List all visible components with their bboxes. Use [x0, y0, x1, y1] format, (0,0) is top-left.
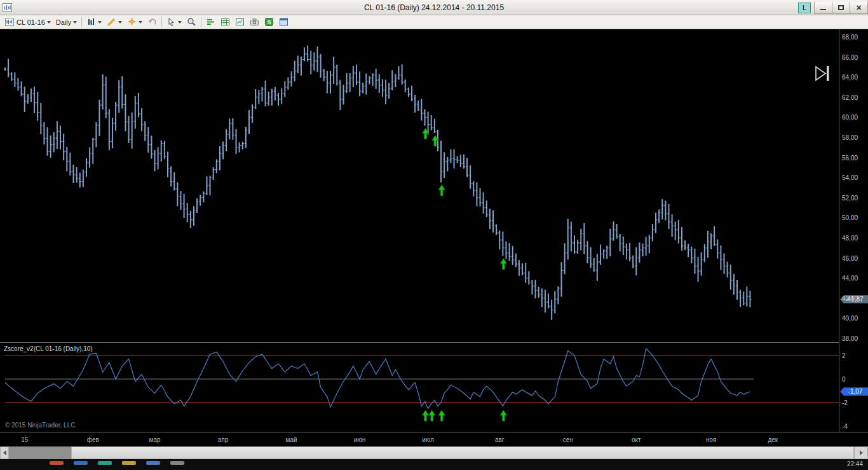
time-tick-дек: дек: [768, 436, 778, 443]
taskbar-app-icon[interactable]: [170, 461, 184, 465]
taskbar-app-icon[interactable]: [98, 461, 112, 465]
taskbar-clock: 22:44: [847, 460, 863, 467]
undo-icon: [147, 17, 157, 27]
time-tick-ноя: ноя: [706, 436, 717, 443]
time-tick-апр: апр: [218, 436, 229, 443]
price-tick: 60,00: [842, 114, 858, 121]
price-tick: 48,00: [842, 235, 858, 242]
chart-style-icon: [86, 17, 96, 27]
price-tick: 64,00: [842, 74, 858, 81]
strategy-icon: S: [264, 17, 274, 27]
zoom-button[interactable]: [184, 16, 199, 29]
price-tick: 52,00: [842, 194, 858, 201]
close-icon: ×: [856, 4, 861, 11]
time-tick-окт: окт: [632, 436, 641, 443]
pencil-icon: [107, 17, 116, 27]
draw-favorites-button[interactable]: [125, 16, 145, 29]
indicator-tick: 2: [842, 352, 846, 359]
undo-button[interactable]: [145, 16, 159, 29]
chevron-down-icon: [73, 21, 77, 24]
price-tick: 56,00: [842, 154, 858, 161]
chart-window-button[interactable]: [233, 16, 247, 29]
indicator-tick: -4: [842, 423, 848, 430]
chart-style-button[interactable]: [84, 16, 104, 29]
chevron-down-icon: [98, 21, 102, 24]
indicator-tick: -2: [842, 399, 848, 406]
time-tick-июн: июн: [354, 436, 366, 443]
price-tick: 44,00: [842, 275, 858, 282]
drawing-tools-button[interactable]: [104, 16, 125, 29]
scroll-left-button[interactable]: [0, 446, 9, 459]
indicator-label: Zscore_v2(CL 01-16 (Daily),10): [4, 345, 93, 352]
time-tick-май: май: [286, 436, 297, 443]
price-tick: 42,00: [842, 294, 858, 301]
arrow-right-icon: [860, 450, 863, 455]
toolbar-separator: [161, 17, 162, 27]
cursor-icon: [166, 17, 176, 27]
magnifier-icon: [187, 17, 196, 27]
snapshot-button[interactable]: [247, 16, 262, 29]
price-tick: 46,00: [842, 254, 858, 261]
chart-area: Zscore_v2(CL 01-16 (Daily),10) © 2015 Ni…: [0, 29, 868, 446]
chart-window: CL 01-16 (Daily) 24.12.2014 - 20.11.2015…: [0, 0, 868, 470]
indicator-value-badge: -1,07: [840, 387, 868, 396]
instrument-chart-icon: [5, 17, 15, 27]
link-button[interactable]: L: [798, 3, 811, 13]
data-grid-button[interactable]: [218, 16, 233, 29]
instrument-label: CL 01-16: [17, 18, 45, 26]
chevron-down-icon: [47, 21, 51, 24]
taskbar-app-icon[interactable]: [50, 461, 64, 465]
price-tick: 54,00: [842, 174, 858, 181]
close-button[interactable]: ×: [850, 2, 868, 14]
data-series-icon: [206, 17, 215, 27]
minimize-button[interactable]: [814, 2, 832, 14]
scroll-right-button[interactable]: [854, 446, 868, 459]
properties-button[interactable]: [276, 16, 291, 29]
cursor-tool-button[interactable]: [164, 16, 184, 29]
strategy-button[interactable]: S: [262, 16, 276, 29]
time-axis[interactable]: 15февмарапрмайиюниюлавгсеноктноядек: [0, 432, 868, 446]
scrollbar-thumb[interactable]: [71, 446, 854, 459]
taskbar-app-icon[interactable]: [122, 461, 136, 465]
maximize-icon: [838, 5, 844, 10]
data-grid-icon: [220, 17, 230, 27]
period-selector[interactable]: Daily: [53, 16, 79, 29]
chevron-down-icon: [139, 21, 142, 24]
taskbar-app-icon[interactable]: [74, 461, 88, 465]
copyright-text: © 2015 NinjaTrader, LLC: [5, 422, 75, 429]
price-axis[interactable]: 41,87 -1,07 68,0066,0064,0062,0060,0058,…: [839, 29, 868, 432]
price-tick: 68,00: [842, 34, 858, 41]
toolbar-separator: [81, 17, 82, 27]
price-tick: 66,00: [842, 53, 858, 60]
arrow-left-icon: [3, 450, 6, 455]
minimize-icon: [820, 9, 826, 10]
data-series-button[interactable]: [203, 16, 218, 29]
taskbar-app-icon[interactable]: [146, 461, 160, 465]
titlebar[interactable]: CL 01-16 (Daily) 24.12.2014 - 20.11.2015…: [0, 0, 868, 15]
os-taskbar[interactable]: 22:44: [0, 459, 868, 470]
time-tick-мар: мар: [149, 436, 161, 443]
time-tick-сен: сен: [563, 436, 573, 443]
indicator-panel[interactable]: [0, 343, 839, 432]
properties-icon: [279, 17, 288, 27]
chevron-down-icon: [118, 21, 122, 24]
time-tick-авг: авг: [495, 436, 505, 443]
time-tick-15: 15: [21, 436, 28, 443]
camera-icon: [250, 17, 259, 27]
instrument-selector[interactable]: CL 01-16: [3, 16, 53, 29]
price-tick: 62,00: [842, 93, 858, 100]
time-tick-июл: июл: [422, 436, 434, 443]
chart-window-icon: [235, 17, 245, 27]
price-tick: 40,00: [842, 315, 858, 322]
price-tick: 58,00: [842, 134, 858, 141]
price-panel[interactable]: [0, 29, 839, 342]
horizontal-scrollbar[interactable]: [0, 446, 868, 459]
toolbar: CL 01-16 Daily: [0, 15, 868, 29]
maximize-button[interactable]: [832, 2, 850, 14]
toolbar-separator: [201, 17, 201, 27]
window-title: CL 01-16 (Daily) 24.12.2014 - 20.11.2015: [0, 3, 868, 12]
star-icon: [127, 17, 137, 27]
time-tick-фев: фев: [87, 436, 99, 443]
chevron-down-icon: [178, 21, 182, 24]
svg-text:S: S: [268, 19, 271, 25]
